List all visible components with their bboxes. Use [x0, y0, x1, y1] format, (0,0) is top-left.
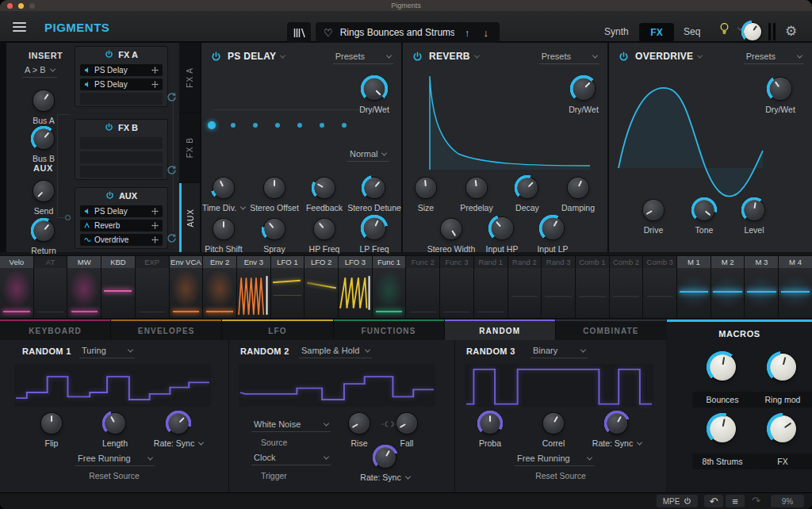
pitch-shift-knob[interactable]	[213, 219, 234, 239]
random-3-rate-label[interactable]: Rate: Sync	[592, 438, 642, 448]
mod-tile-comb-1[interactable]: Comb 1	[576, 256, 609, 318]
overdrive-power-icon[interactable]	[619, 52, 629, 62]
ps-delay-mode-dropdown[interactable]: Normal	[347, 149, 389, 162]
undo-button[interactable]: ↶	[704, 495, 723, 507]
mod-tile-m1[interactable]: M 1	[677, 256, 710, 318]
random-1-rate-label[interactable]: Rate: Sync	[154, 438, 203, 448]
size-knob[interactable]	[416, 178, 436, 198]
hp-freq-knob[interactable]	[314, 219, 335, 239]
fx-a-slot-1[interactable]: PS Delay	[80, 64, 163, 76]
aux-cycle-icon[interactable]	[167, 233, 177, 243]
random-2-source-dropdown[interactable]: White Noise	[251, 419, 331, 432]
overdrive-presets-dropdown[interactable]: Presets	[744, 52, 804, 64]
reverb-drywet-knob[interactable]	[573, 78, 595, 100]
fx-b-slot-1[interactable]	[80, 137, 163, 149]
delay-tap-dot[interactable]	[275, 123, 280, 128]
rack-tab-aux[interactable]: AUX	[179, 183, 200, 252]
bus-a-knob[interactable]	[33, 90, 54, 111]
move-icon[interactable]	[151, 222, 159, 229]
macro-2-label[interactable]: Ring mod	[753, 392, 812, 408]
ps-delay-power-icon[interactable]	[211, 52, 221, 62]
aux-send-knob[interactable]	[33, 181, 54, 201]
fx-b-slot-2[interactable]	[80, 151, 163, 163]
tab-envelopes[interactable]: ENVELOPES	[111, 320, 221, 340]
damping-knob[interactable]	[568, 178, 588, 198]
random-1-reset-dropdown[interactable]: Free Running	[75, 454, 155, 466]
lp-freq-knob[interactable]	[363, 217, 385, 239]
mod-tile-rand-3[interactable]: Rand 3	[542, 256, 575, 318]
rack-tab-fx-b[interactable]: FX B	[179, 113, 200, 182]
delay-tap-dot[interactable]	[320, 123, 324, 128]
fall-knob[interactable]	[396, 413, 417, 434]
redo-icon[interactable]: ↷	[752, 496, 760, 506]
mod-tile-func-1[interactable]: Func 1	[373, 256, 406, 318]
preset-selector[interactable]: ♡ Rings Bounces and Strums ↑ ↓	[316, 22, 500, 43]
delay-tap-dot[interactable]	[342, 123, 347, 128]
favorite-icon[interactable]: ♡	[324, 28, 333, 38]
mod-tile-kbd[interactable]: KBD	[102, 256, 135, 318]
stereo-detune-knob[interactable]	[364, 178, 385, 198]
random-2-rate-knob[interactable]	[375, 447, 396, 468]
close-window-button[interactable]	[7, 3, 13, 9]
mod-tile-env-2[interactable]: Env 2	[203, 256, 236, 318]
macro-4-knob[interactable]	[769, 415, 796, 442]
settings-gear-icon[interactable]: ⚙	[785, 23, 797, 40]
reverb-presets-dropdown[interactable]: Presets	[539, 52, 599, 64]
tab-keyboard[interactable]: KEYBOARD	[0, 320, 110, 340]
random-2-trigger-dropdown[interactable]: Clock	[251, 453, 331, 465]
tab-lfo[interactable]: LFO	[222, 320, 332, 340]
mpe-button[interactable]: MPE	[657, 495, 698, 507]
history-button[interactable]: ≡	[726, 495, 745, 507]
stereo-width-knob[interactable]	[441, 219, 462, 239]
random-1-mode-dropdown[interactable]: Turing	[79, 346, 135, 358]
mod-tile-lfo-1[interactable]: LFO 1	[271, 256, 304, 318]
move-icon[interactable]	[151, 236, 159, 243]
mod-tile-lfo-2[interactable]: LFO 2	[304, 256, 338, 318]
mod-tile-env-3[interactable]: Env 3	[237, 256, 270, 318]
fx-a-power-icon[interactable]	[105, 50, 113, 59]
move-icon[interactable]	[151, 81, 159, 88]
random-3-mode-dropdown[interactable]: Binary	[530, 346, 588, 358]
random-1-rate-knob[interactable]	[168, 413, 189, 434]
mod-tile-comb-3[interactable]: Comb 3	[643, 256, 676, 318]
macro-3-label[interactable]: 8th Strums	[692, 454, 753, 469]
spray-knob[interactable]	[264, 219, 285, 239]
mod-tile-rand-1[interactable]: Rand 1	[474, 256, 508, 318]
overdrive-drywet-knob[interactable]	[769, 78, 791, 100]
mod-tile-m2[interactable]: M 2	[711, 256, 745, 318]
mod-tile-rand-2[interactable]: Rand 2	[508, 256, 542, 318]
feedback-knob[interactable]	[314, 178, 335, 198]
minimize-window-button[interactable]	[18, 3, 24, 9]
aux-slot-2[interactable]: Reverb	[80, 220, 163, 232]
aux-return-knob[interactable]	[33, 220, 54, 241]
reverb-title[interactable]: REVERB	[429, 51, 479, 62]
tab-functions[interactable]: FUNCTIONS	[334, 320, 444, 340]
flip-knob[interactable]	[41, 413, 62, 434]
next-preset-button[interactable]: ↓	[481, 27, 492, 39]
tab-fx[interactable]: FX	[639, 23, 674, 42]
fx-a-slot-3[interactable]	[80, 93, 163, 105]
macro-1-knob[interactable]	[709, 354, 736, 381]
input-hp-knob[interactable]	[491, 217, 513, 239]
aux-slot-3[interactable]: Overdrive	[80, 234, 163, 246]
predelay-knob[interactable]	[466, 178, 487, 198]
delay-tap-dot[interactable]	[297, 123, 302, 128]
master-volume-knob[interactable]	[744, 23, 761, 40]
fx-b-slot-3[interactable]	[80, 166, 163, 178]
rack-tab-fx-a[interactable]: FX A	[179, 43, 200, 112]
move-icon[interactable]	[151, 208, 159, 215]
random-3-reset-dropdown[interactable]: Free Running	[515, 454, 594, 466]
routing-mode-dropdown[interactable]: A > B	[22, 65, 57, 78]
macro-3-knob[interactable]	[709, 415, 736, 442]
mod-tile-env-vca[interactable]: Env VCA	[170, 256, 203, 318]
random-2-rate-label[interactable]: Rate: Sync	[360, 473, 409, 482]
aux-slot-1[interactable]: PS Delay	[80, 205, 163, 217]
random-2-mode-dropdown[interactable]: Sample & Hold	[299, 346, 372, 358]
tab-synth[interactable]: Synth	[604, 26, 629, 37]
fx-a-cycle-icon[interactable]	[167, 92, 177, 102]
mod-tile-lfo-3[interactable]: LFO 3	[339, 256, 372, 318]
main-menu-icon[interactable]	[13, 22, 26, 32]
time-div-knob[interactable]	[213, 178, 234, 198]
mod-tile-func-3[interactable]: Func 3	[440, 256, 473, 318]
fx-a-slot-2[interactable]: PS Delay	[80, 78, 163, 90]
